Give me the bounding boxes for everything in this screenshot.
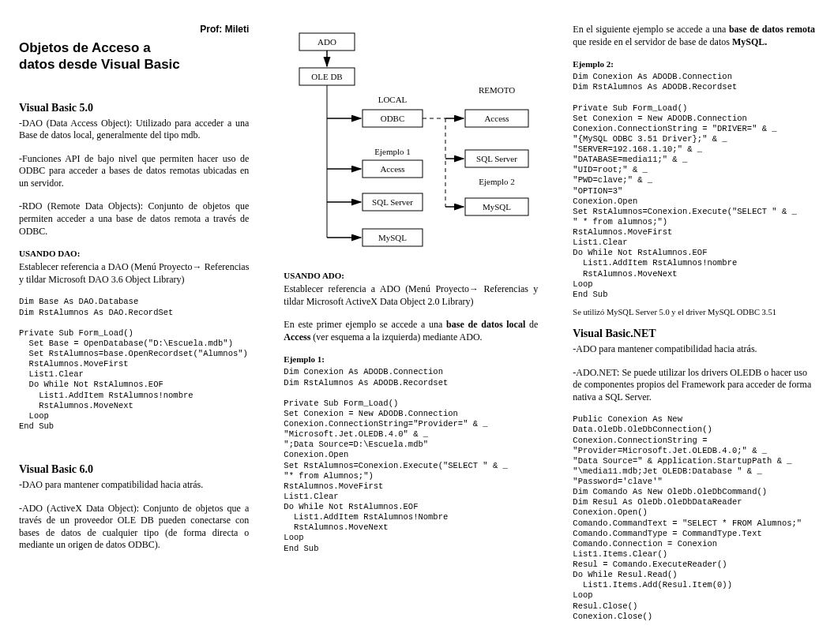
paragraph: -DAO para mantener compatibilidad hacia …: [19, 479, 249, 492]
column-middle: ADO OLE DB LOCAL REMOTO ODBC Access Ejem…: [284, 24, 538, 630]
diagram-label-ejemplo2: Ejemplo 2: [479, 177, 516, 186]
code-block-ejemplo2: Dim Conexion As ADODB.Connection Dim Rst…: [573, 72, 815, 300]
paragraph: En este primer ejemplo se accede a una b…: [284, 319, 538, 343]
diagram-label-access-local: Access: [381, 164, 405, 174]
heading-vb5: Visual Basic 5.0: [19, 102, 249, 114]
paragraph: -ADO.NET: Se puede utilizar los drivers …: [573, 367, 815, 404]
heading-usandoado: USANDO ADO:: [284, 271, 538, 280]
diagram-label-sqlserver-local: SQL Server: [372, 197, 413, 207]
diagram-label-sqlserver-remote: SQL Server: [476, 154, 517, 163]
paragraph: -ADO para mantener compatibilidad hacia …: [573, 343, 815, 356]
paragraph: -DAO (Data Access Object): Utilizado par…: [19, 118, 249, 142]
diagram: ADO OLE DB LOCAL REMOTO ODBC Access Ejem…: [284, 24, 538, 256]
diagram-label-local: LOCAL: [378, 95, 408, 104]
code-block-vbnet: Public Conexion As New Data.OleDb.OleDbC…: [573, 414, 815, 622]
paragraph: En el siguiente ejemplo se accede a una …: [573, 24, 815, 48]
paragraph: -ADO (ActiveX Data Object): Conjunto de …: [19, 503, 249, 552]
diagram-label-ejemplo1: Ejemplo 1: [375, 147, 411, 156]
column-right: En el siguiente ejemplo se accede a una …: [573, 24, 815, 630]
page-title: Objetos de Acceso a datos desde Visual B…: [19, 39, 249, 73]
code-block-ejemplo1: Dim Conexion As ADODB.Connection Dim Rst…: [284, 367, 538, 553]
heading-ejemplo2: Ejemplo 2:: [573, 59, 815, 69]
diagram-label-ado: ADO: [317, 37, 336, 47]
note-mysql: Se utilizó MySQL Server 5.0 y el driver …: [573, 308, 815, 316]
heading-vb6: Visual Basic 6.0: [19, 463, 249, 476]
heading-usandodao: USANDO DAO:: [19, 249, 249, 258]
diagram-label-mysql-local: MySQL: [378, 233, 407, 242]
paragraph: Establecer referencia a DAO (Menú Proyec…: [19, 261, 249, 286]
diagram-label-access-remote: Access: [485, 114, 509, 123]
diagram-label-odbc: ODBC: [381, 114, 405, 123]
paragraph: -RDO (Remote Data Objects): Conjunto de …: [19, 200, 249, 238]
column-left: Prof: Mileti Objetos de Acceso a datos d…: [19, 24, 249, 630]
code-block-dao: Dim Base As DAO.Database Dim RstAlumnos …: [19, 297, 249, 432]
paragraph: Establecer referencia a ADO (Menú Proyec…: [284, 283, 538, 308]
diagram-label-oledb: OLE DB: [312, 72, 343, 81]
professor-label: Prof: Mileti: [19, 24, 249, 35]
diagram-label-mysql-remote: MySQL: [483, 202, 511, 212]
diagram-label-remoto: REMOTO: [479, 85, 515, 95]
page: Prof: Mileti Objetos de Acceso a datos d…: [19, 24, 815, 630]
heading-ejemplo1: Ejemplo 1:: [284, 354, 538, 364]
heading-vbnet: Visual Basic.NET: [573, 328, 815, 340]
paragraph: -Funciones API de bajo nivel que permite…: [19, 153, 249, 190]
